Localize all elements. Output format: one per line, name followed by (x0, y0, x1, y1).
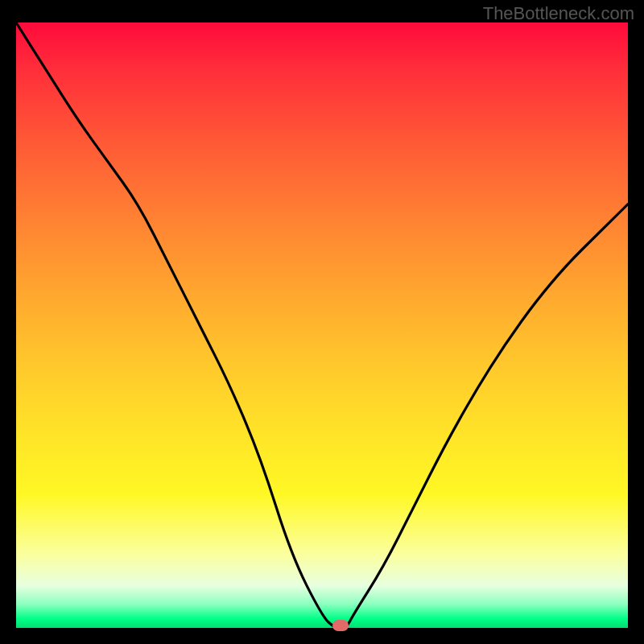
chart-plot-area (16, 23, 628, 628)
optimum-marker (332, 620, 349, 631)
bottleneck-curve (16, 23, 628, 628)
watermark-text: TheBottleneck.com (483, 3, 634, 24)
